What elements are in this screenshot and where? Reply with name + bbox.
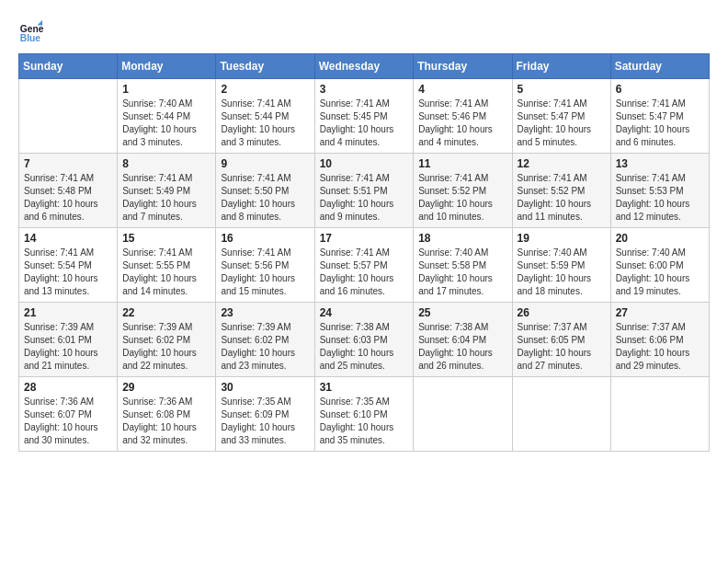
day-info: Daylight: 10 hours (616, 272, 704, 285)
calendar-cell: 2Sunrise: 7:41 AMSunset: 5:44 PMDaylight… (216, 79, 314, 154)
day-info: and 25 minutes. (320, 360, 409, 373)
day-number: 21 (24, 306, 112, 319)
day-info: Sunrise: 7:40 AM (418, 247, 506, 259)
day-info: Sunset: 6:06 PM (616, 334, 704, 347)
day-number: 4 (418, 83, 506, 96)
day-number: 1 (122, 83, 210, 96)
weekday-header: Thursday (414, 54, 512, 79)
calendar-cell (414, 377, 512, 452)
day-info: Sunrise: 7:40 AM (518, 247, 606, 259)
day-info: Sunrise: 7:41 AM (24, 172, 112, 185)
day-number: 25 (418, 306, 506, 319)
day-info: and 29 minutes. (616, 360, 704, 373)
calendar-cell: 18Sunrise: 7:40 AMSunset: 5:58 PMDayligh… (414, 228, 512, 303)
day-info: Sunset: 5:53 PM (616, 185, 704, 198)
calendar-cell: 29Sunrise: 7:36 AMSunset: 6:08 PMDayligh… (118, 377, 216, 452)
day-number: 7 (24, 157, 112, 170)
day-info: and 32 minutes. (122, 434, 210, 447)
day-info: Daylight: 10 hours (221, 347, 309, 360)
day-info: Sunrise: 7:38 AM (418, 321, 506, 334)
day-info: Daylight: 10 hours (24, 347, 112, 360)
day-info: and 4 minutes. (418, 136, 506, 149)
day-number: 2 (221, 83, 309, 96)
day-info: Sunset: 6:09 PM (221, 408, 309, 421)
weekday-header: Saturday (610, 54, 709, 79)
day-info: and 10 minutes. (418, 211, 506, 224)
day-info: Sunset: 5:44 PM (122, 110, 210, 123)
weekday-header: Friday (512, 54, 610, 79)
day-info: Sunrise: 7:41 AM (320, 247, 409, 259)
day-number: 29 (122, 381, 210, 394)
day-info: Sunrise: 7:41 AM (122, 247, 210, 259)
day-info: Sunrise: 7:41 AM (221, 247, 309, 259)
calendar-cell (512, 377, 610, 452)
calendar-cell: 19Sunrise: 7:40 AMSunset: 5:59 PMDayligh… (512, 228, 610, 303)
day-number: 5 (518, 83, 606, 96)
day-info: Sunset: 6:03 PM (320, 334, 409, 347)
day-info: Sunrise: 7:38 AM (320, 321, 409, 334)
calendar-cell: 3Sunrise: 7:41 AMSunset: 5:45 PMDaylight… (314, 79, 414, 154)
day-info: Sunset: 6:02 PM (122, 334, 210, 347)
day-number: 19 (518, 232, 606, 245)
day-info: Sunrise: 7:41 AM (518, 98, 606, 110)
day-info: Daylight: 10 hours (24, 272, 112, 285)
day-info: Daylight: 10 hours (221, 272, 309, 285)
day-number: 31 (320, 381, 409, 394)
day-number: 28 (24, 381, 112, 394)
weekday-header: Wednesday (314, 54, 414, 79)
calendar-cell: 9Sunrise: 7:41 AMSunset: 5:50 PMDaylight… (216, 154, 314, 228)
calendar-cell: 28Sunrise: 7:36 AMSunset: 6:07 PMDayligh… (19, 377, 118, 452)
day-info: and 15 minutes. (221, 285, 309, 298)
day-info: Sunset: 5:55 PM (122, 259, 210, 272)
day-info: and 17 minutes. (418, 285, 506, 298)
day-info: Sunset: 5:52 PM (418, 185, 506, 198)
day-number: 12 (518, 157, 606, 170)
day-number: 14 (24, 232, 112, 245)
day-info: and 33 minutes. (221, 434, 309, 447)
day-info: Sunset: 6:10 PM (320, 408, 409, 421)
day-number: 9 (221, 157, 309, 170)
day-info: Daylight: 10 hours (221, 421, 309, 434)
day-info: Daylight: 10 hours (122, 123, 210, 136)
calendar-cell: 15Sunrise: 7:41 AMSunset: 5:55 PMDayligh… (118, 228, 216, 303)
day-info: Sunrise: 7:41 AM (616, 172, 704, 185)
calendar-cell: 27Sunrise: 7:37 AMSunset: 6:06 PMDayligh… (610, 303, 709, 377)
day-info: Sunrise: 7:35 AM (320, 396, 409, 408)
day-info: Sunset: 5:48 PM (24, 185, 112, 198)
day-info: Sunrise: 7:39 AM (221, 321, 309, 334)
day-info: and 6 minutes. (24, 211, 112, 224)
day-info: and 3 minutes. (221, 136, 309, 149)
day-info: Daylight: 10 hours (221, 123, 309, 136)
day-info: Sunset: 5:49 PM (122, 185, 210, 198)
day-info: Sunrise: 7:36 AM (24, 396, 112, 408)
svg-marker-2 (38, 20, 43, 26)
day-number: 17 (320, 232, 409, 245)
day-info: Daylight: 10 hours (418, 272, 506, 285)
day-info: and 12 minutes. (616, 211, 704, 224)
day-info: Daylight: 10 hours (320, 272, 409, 285)
day-number: 20 (616, 232, 704, 245)
day-number: 30 (221, 381, 309, 394)
day-info: and 8 minutes. (221, 211, 309, 224)
day-info: Sunrise: 7:39 AM (24, 321, 112, 334)
day-info: Sunrise: 7:41 AM (616, 98, 704, 110)
calendar-cell (610, 377, 709, 452)
day-number: 15 (122, 232, 210, 245)
day-info: and 6 minutes. (616, 136, 704, 149)
weekday-header: Monday (118, 54, 216, 79)
day-info: Sunset: 6:02 PM (221, 334, 309, 347)
day-info: Sunrise: 7:41 AM (320, 172, 409, 185)
day-number: 11 (418, 157, 506, 170)
day-info: Sunset: 5:47 PM (518, 110, 606, 123)
day-info: Sunset: 5:59 PM (518, 259, 606, 272)
day-info: and 27 minutes. (518, 360, 606, 373)
calendar-cell: 6Sunrise: 7:41 AMSunset: 5:47 PMDaylight… (610, 79, 709, 154)
day-number: 27 (616, 306, 704, 319)
calendar-cell (19, 79, 118, 154)
calendar-cell: 12Sunrise: 7:41 AMSunset: 5:52 PMDayligh… (512, 154, 610, 228)
svg-text:Blue: Blue (20, 33, 41, 43)
day-info: Daylight: 10 hours (616, 123, 704, 136)
day-info: Sunset: 6:00 PM (616, 259, 704, 272)
calendar-cell: 8Sunrise: 7:41 AMSunset: 5:49 PMDaylight… (118, 154, 216, 228)
day-info: and 26 minutes. (418, 360, 506, 373)
